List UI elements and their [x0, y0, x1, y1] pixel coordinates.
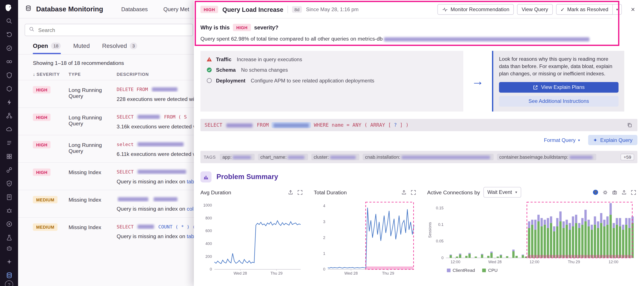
mark-resolved-button[interactable]: ✓ Mark as Resolved [556, 4, 613, 15]
wait-event-select[interactable]: Wait Event ▾ [483, 187, 522, 198]
column-severity[interactable]: ↓SEVERITY [33, 72, 68, 77]
copy-icon[interactable] [626, 121, 633, 129]
format-query-link[interactable]: Format Query ▾ [544, 137, 580, 143]
chart-total-duration: Total Duration 01234Wed 28Thu 29 [314, 186, 417, 279]
synthetics-icon[interactable] [4, 164, 14, 175]
nav-databases[interactable]: Databases [121, 6, 148, 12]
tag[interactable]: cluster: [311, 154, 360, 161]
svg-text:Wed 28: Wed 28 [488, 260, 502, 264]
monitor-recommendation-button[interactable]: Monitor Recommendation [438, 4, 514, 15]
tag[interactable]: cnab.installation: [363, 154, 494, 161]
apm-icon[interactable] [4, 219, 14, 229]
labs-icon[interactable] [4, 232, 14, 243]
datadog-logo-icon[interactable] [4, 3, 14, 15]
svg-text:Sessions: Sessions [428, 222, 432, 238]
chart-title: Active Connections by [427, 189, 480, 196]
tag[interactable]: app: [220, 154, 254, 161]
problem-summary-header: Problem Summary [200, 171, 638, 183]
expand-icon[interactable] [630, 188, 637, 196]
explain-query-button[interactable]: ✦ Explain Query [588, 135, 637, 145]
svg-text:0.1: 0.1 [438, 223, 444, 227]
svg-text:3: 3 [323, 220, 325, 224]
redacted-text [570, 156, 592, 159]
export-icon[interactable] [620, 188, 628, 196]
column-type[interactable]: TYPE [68, 72, 116, 77]
search-icon[interactable] [4, 16, 14, 26]
databases-icon[interactable] [4, 270, 14, 281]
view-explain-plans-button[interactable]: View Explain Plans [499, 82, 618, 93]
svg-text:12:00: 12:00 [530, 260, 539, 264]
svg-text:0.15: 0.15 [436, 206, 444, 210]
close-icon[interactable]: × [628, 5, 638, 13]
chevron-down-icon: ▾ [515, 190, 517, 194]
active-connections-plot[interactable]: 00.050.10.1512:00Wed 2812:00Thu 2912:00S… [427, 199, 638, 267]
logs-icon[interactable] [4, 138, 14, 148]
search-input[interactable] [38, 26, 189, 33]
notebooks-icon[interactable] [4, 191, 14, 202]
more-tags-badge[interactable]: +59 [621, 154, 634, 161]
events-icon[interactable] [4, 97, 14, 108]
help-icon[interactable]: ? Help [5, 281, 13, 286]
svg-text:Wed 28: Wed 28 [234, 271, 247, 276]
tag[interactable]: chart_name: [258, 154, 308, 161]
sparkles-icon[interactable] [4, 256, 14, 267]
svg-text:12:00: 12:00 [451, 260, 460, 264]
bits-ai-icon[interactable] [4, 243, 14, 253]
tag[interactable]: container.baseimage.buildstamp: [497, 154, 596, 161]
mark-resolved-split-button: ✓ Mark as Resolved ▾ [556, 4, 622, 15]
svg-text:?: ? [594, 190, 597, 194]
legend-cpu[interactable]: CPU [482, 268, 498, 273]
export-icon[interactable] [400, 188, 408, 196]
dashboards-icon[interactable] [4, 151, 14, 162]
redacted-text [401, 156, 490, 159]
check-icon: ✓ [560, 6, 565, 13]
view-query-button[interactable]: View Query [517, 4, 552, 15]
resolve-dropdown-caret[interactable]: ▾ [613, 4, 622, 15]
help-icon[interactable]: ? [592, 188, 600, 196]
export-icon[interactable] [287, 188, 294, 196]
severity-badge: HIGH [33, 114, 51, 121]
svg-text:1: 1 [323, 251, 325, 256]
panel-title: Query Load Increase [222, 6, 283, 13]
highlighted-redacted-identifier [272, 122, 311, 128]
tags-row: TAGS app:chart_name:cluster:cnab.install… [200, 151, 638, 163]
search-icon [29, 26, 35, 33]
recommendation-type: Missing Index [68, 223, 116, 239]
expand-icon[interactable] [296, 188, 304, 196]
total-duration-plot[interactable]: 01234Wed 28Thu 29 [314, 199, 417, 279]
gear-icon[interactable] [601, 188, 609, 196]
expand-icon[interactable] [410, 188, 417, 196]
cloud-icon[interactable] [4, 124, 14, 135]
search-box[interactable] [25, 24, 193, 36]
diagnostic-check-schema: SchemaNo schema changes [206, 67, 458, 73]
containers-icon[interactable] [4, 83, 14, 94]
recommendation-type: Long Running Query [68, 113, 116, 130]
tab-resolved[interactable]: Resolved 3 [102, 43, 137, 54]
redacted-text [154, 197, 178, 201]
resolved-count-badge: 3 [130, 43, 138, 49]
recommendation-detail-panel: HIGH Query Load Increase 8d Since May 28… [194, 0, 644, 286]
warning-icon [206, 56, 212, 62]
severity-badge: MEDIUM [33, 196, 58, 203]
severity-badge: HIGH [33, 86, 51, 93]
watchdog-icon[interactable] [4, 29, 14, 40]
chart-legend: ClientRead CPU [427, 268, 638, 273]
tab-muted[interactable]: Muted [73, 43, 90, 54]
problem-summary-title: Problem Summary [216, 173, 278, 181]
security-icon[interactable] [4, 70, 14, 81]
compliance-icon[interactable] [4, 178, 14, 189]
svg-text:1000: 1000 [203, 203, 212, 208]
legend-clientread[interactable]: ClientRead [447, 268, 475, 273]
see-additional-instructions-button[interactable]: See Additional Instructions [499, 96, 618, 107]
monitors-icon[interactable] [4, 43, 14, 53]
avg-duration-plot[interactable]: 02004006008001000Wed 28Thu 29 [200, 199, 304, 279]
redacted-text [138, 170, 186, 174]
redacted-text [138, 115, 160, 119]
integrations-icon[interactable] [4, 56, 14, 67]
nav-query-metrics[interactable]: Query Met [163, 6, 189, 12]
snapshot-icon[interactable] [611, 188, 618, 196]
bug-icon[interactable] [4, 205, 14, 216]
redacted-text [138, 225, 154, 229]
service-map-icon[interactable] [4, 110, 14, 121]
tab-open[interactable]: Open 18 [33, 43, 61, 54]
